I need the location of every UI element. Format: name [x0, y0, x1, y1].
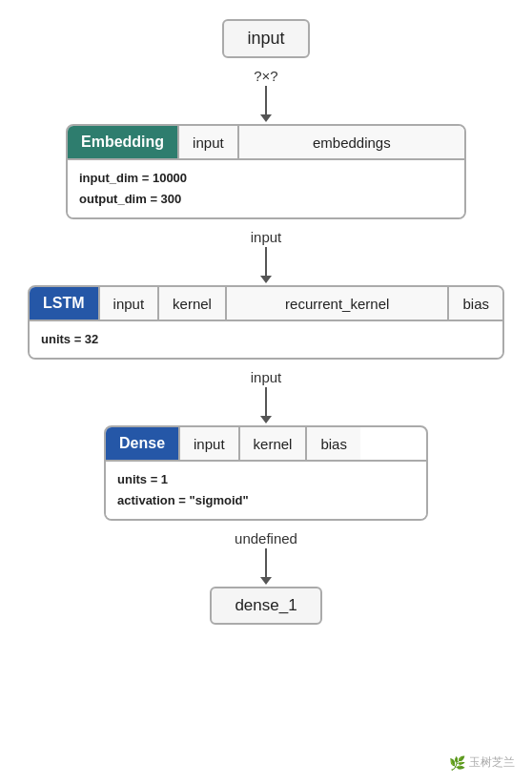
arrow4-label: undefined [235, 530, 297, 547]
dense-param-0: units = 1 [117, 469, 415, 490]
arrow-4: undefined [235, 521, 297, 587]
dense-port-kernel-label: kernel [254, 436, 293, 452]
lstm-port-kernel: kernel [157, 287, 225, 320]
arrow2-line [265, 247, 267, 276]
dense-layer: Dense input kernel bias units = 1 activa… [104, 425, 428, 521]
embedding-port-input: input [177, 126, 237, 158]
arrow-2: input [251, 219, 282, 285]
embedding-name-label: Embedding [68, 126, 177, 158]
arrow-1: ?×? [254, 58, 277, 124]
lstm-name-label: LSTM [30, 287, 98, 320]
lstm-port-input-label: input [113, 296, 145, 312]
arrow1-label: ?×? [254, 68, 277, 84]
embedding-layer: Embedding input embeddings input_dim = 1… [66, 124, 466, 219]
dense-name-label: Dense [106, 427, 178, 460]
embedding-param-1: output_dim = 300 [79, 189, 453, 210]
lstm-port-kernel-label: kernel [173, 296, 212, 312]
lstm-param-0: units = 32 [41, 329, 491, 350]
lstm-port-recurrent-kernel-label: recurrent_kernel [285, 296, 389, 312]
arrow4-line [265, 548, 267, 577]
dense-param-1: activation = "sigmoid" [117, 490, 415, 511]
input-node-top: input [222, 19, 309, 58]
lstm-layer: LSTM input kernel recurrent_kernel bias … [28, 285, 504, 360]
embedding-param-0: input_dim = 10000 [79, 168, 453, 189]
dense-header: Dense input kernel bias [106, 427, 426, 460]
lstm-port-input: input [98, 287, 158, 320]
arrow1-line [265, 86, 267, 114]
arrow3-line [265, 387, 267, 416]
watermark-icon: 🌿 [449, 755, 465, 771]
watermark: 🌿 玉树芝兰 [449, 754, 515, 771]
watermark-text: 玉树芝兰 [469, 754, 515, 771]
dense-port-bias-label: bias [320, 436, 347, 452]
lstm-port-recurrent-kernel: recurrent_kernel [225, 287, 448, 320]
output-node: dense_1 [210, 587, 321, 625]
dense-port-input: input [178, 427, 238, 460]
arrow2-label: input [251, 229, 282, 245]
lstm-body: units = 32 [30, 320, 502, 358]
dense-port-bias: bias [305, 427, 360, 460]
embedding-header: Embedding input embeddings [68, 126, 464, 158]
arrow3-label: input [251, 369, 282, 385]
dense-port-input-label: input [194, 436, 225, 452]
lstm-port-bias-label: bias [462, 296, 489, 312]
input-top-label: input [247, 29, 284, 48]
arrow-3: input [251, 360, 282, 425]
embedding-port-embeddings: embeddings [237, 126, 464, 158]
embedding-body: input_dim = 10000 output_dim = 300 [68, 158, 464, 217]
dense-body: units = 1 activation = "sigmoid" [106, 460, 426, 519]
dense-port-kernel: kernel [238, 427, 306, 460]
embedding-port-embeddings-label: embeddings [313, 134, 391, 151]
lstm-header: LSTM input kernel recurrent_kernel bias [30, 287, 502, 320]
embedding-port-input-label: input [193, 134, 224, 151]
lstm-port-bias: bias [447, 287, 502, 320]
diagram-container: input ?×? Embedding input embeddings inp… [0, 0, 532, 663]
output-label: dense_1 [235, 596, 297, 614]
